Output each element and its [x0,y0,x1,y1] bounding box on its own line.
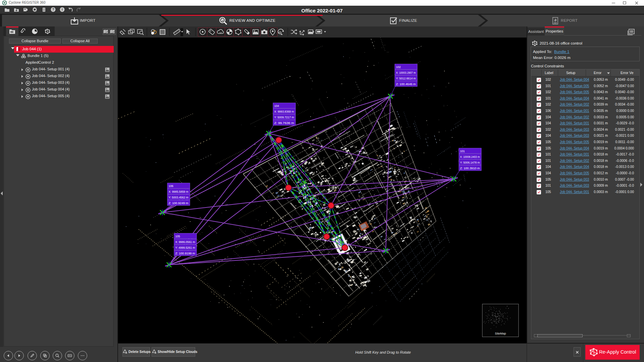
svg-text:SiteMap: SiteMap [495,332,506,335]
svg-text:X: 10003.2907 m: X: 10003.2907 m [396,71,416,74]
svg-text:Y: 5012.6614 m: Y: 5012.6614 m [396,77,416,80]
svg-text:Y: 5009.7217 m: Y: 5009.7217 m [274,116,294,119]
svg-text:Y: 5006.1478 m: Y: 5006.1478 m [460,161,480,164]
svg-text:Z: 100.9249 m: Z: 100.9249 m [169,201,189,205]
svg-text:104: 104 [274,104,279,108]
svg-text:Z: 100.4646 m: Z: 100.4646 m [396,82,416,86]
svg-text:X: 9985.5859 m: X: 9985.5859 m [169,190,189,193]
svg-text:101: 101 [460,149,465,153]
svg-text:X: 10008.2403 m: X: 10008.2403 m [460,155,480,159]
svg-text:Z: 100.9199 m: Z: 100.9199 m [175,252,195,255]
svg-text:?: ? [52,8,54,11]
svg-text:Z: 99.7636 m: Z: 99.7636 m [274,121,294,125]
svg-text:i: i [62,8,63,11]
svg-text:106: 106 [169,184,174,188]
svg-text:X: 9986.0561 m: X: 9986.0561 m [175,240,195,244]
svg-text:105: 105 [175,235,180,238]
svg-text:102: 102 [396,65,401,69]
svg-text:Z: 100.3910 m: Z: 100.3910 m [460,167,480,170]
svg-text:Y: 4999.5261 m: Y: 4999.5261 m [175,246,195,249]
svg-text:X: 9993.8369 m: X: 9993.8369 m [274,110,294,113]
svg-text:Y: 5003.4562 m: Y: 5003.4562 m [169,196,189,199]
